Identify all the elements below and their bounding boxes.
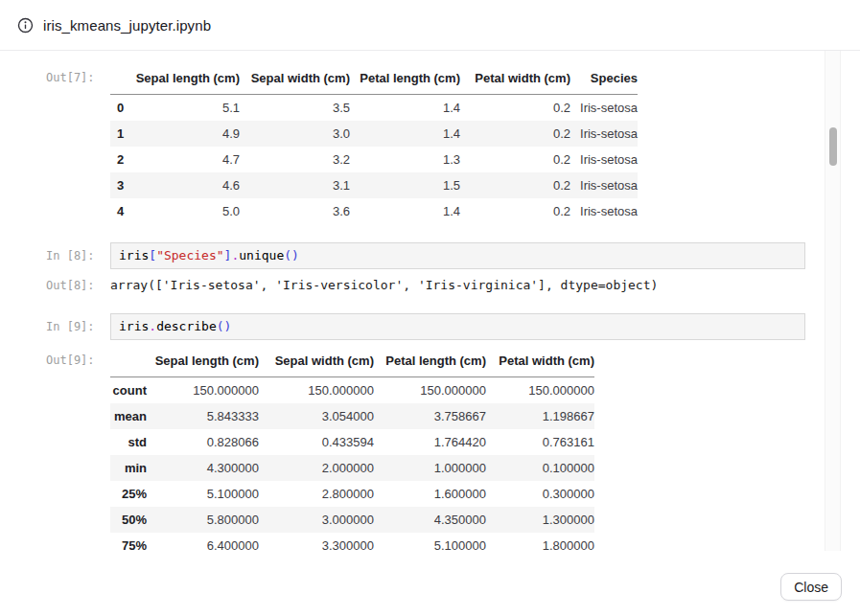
cell-value: 0.300000 [486, 481, 594, 507]
table-row: std0.8280660.4335941.7644200.763161 [110, 429, 594, 455]
input-prompt: In [9]: [46, 313, 110, 333]
code-cell-9: In [9]: iris.describe() [46, 313, 860, 340]
file-preview-modal: iris_kmeans_jupyter.ipynb Out[7]: Sepal … [0, 0, 860, 616]
cell-value: Iris-setosa [570, 147, 638, 172]
notebook-preview: Out[7]: Sepal length (cm)Sepal width (cm… [0, 52, 860, 554]
table-row: 25%5.1000002.8000001.6000000.300000 [110, 481, 594, 507]
cell-value: 1.300000 [486, 507, 594, 533]
output-prompt: Out[9]: [46, 350, 110, 367]
cell-value: 5.100000 [374, 533, 486, 554]
output-cell-8: Out[8]: array(['Iris-setosa', 'Iris-vers… [46, 276, 860, 295]
cell-value: 150.000000 [374, 377, 486, 404]
cell-value: 4.300000 [147, 455, 259, 481]
table-row: 05.13.51.40.2Iris-setosa [110, 95, 638, 122]
row-index: 50% [110, 507, 147, 533]
cell-value: 2.000000 [259, 455, 374, 481]
cell-value: 6.400000 [147, 533, 259, 554]
cell-value: Iris-setosa [570, 95, 638, 122]
cell-value: 3.5 [240, 95, 350, 122]
cell-value: Iris-setosa [570, 121, 638, 147]
cell-value: 5.800000 [147, 507, 259, 533]
cell-value: 4.9 [132, 121, 240, 147]
row-index: 3 [110, 172, 132, 198]
column-header: Petal length (cm) [350, 67, 460, 95]
row-index: 4 [110, 198, 132, 224]
cell-value: 5.843333 [147, 403, 259, 429]
cell-value: Iris-setosa [570, 198, 638, 224]
row-index: std [110, 429, 147, 455]
cell-value: 0.828066 [147, 429, 259, 455]
code-cell-8: In [8]: iris["Species"].unique() [46, 242, 860, 269]
array-output-text: array(['Iris-setosa', 'Iris-versicolor',… [110, 276, 658, 295]
cell-value: 3.000000 [259, 507, 374, 533]
cell-value: 1.4 [350, 121, 460, 147]
code-input: iris["Species"].unique() [110, 242, 805, 269]
input-prompt: In [8]: [46, 242, 110, 262]
column-header: Petal length (cm) [374, 350, 486, 377]
row-index: 75% [110, 533, 147, 554]
row-index: 1 [110, 121, 132, 147]
column-header: Petal width (cm) [486, 350, 594, 377]
cell-value: 2.800000 [259, 481, 374, 507]
row-index: mean [110, 403, 147, 429]
table-row: count150.000000150.000000150.000000150.0… [110, 377, 594, 404]
column-header: Petal width (cm) [460, 67, 570, 95]
cell-value: 1.600000 [374, 481, 486, 507]
iris-head-table: Sepal length (cm)Sepal width (cm)Petal l… [110, 67, 638, 224]
cell-value: 0.2 [460, 198, 570, 224]
code-input: iris.describe() [110, 313, 805, 340]
cell-value: 3.0 [240, 121, 350, 147]
row-index: count [110, 377, 147, 404]
table-row: 34.63.11.50.2Iris-setosa [110, 172, 638, 198]
cell-value: 1.4 [350, 198, 460, 224]
cell-value: 4.6 [132, 172, 240, 198]
close-button[interactable]: Close [780, 573, 842, 601]
cell-value: 0.2 [460, 95, 570, 122]
cell-value: 3.054000 [259, 403, 374, 429]
table-row: 24.73.21.30.2Iris-setosa [110, 147, 638, 172]
cell-value: 3.300000 [259, 533, 374, 554]
column-header: Sepal length (cm) [132, 67, 240, 95]
cell-value: 150.000000 [259, 377, 374, 404]
file-title: iris_kmeans_jupyter.ipynb [43, 17, 211, 34]
column-header: Sepal length (cm) [147, 350, 259, 377]
row-index: 25% [110, 481, 147, 507]
cell-value: 0.763161 [486, 429, 594, 455]
cell-value: 150.000000 [147, 377, 259, 404]
column-header: Sepal width (cm) [259, 350, 374, 377]
table-row: mean5.8433333.0540003.7586671.198667 [110, 403, 594, 429]
cell-value: 5.0 [132, 198, 240, 224]
cell-value: 1.4 [350, 95, 460, 122]
column-header [110, 67, 132, 95]
cell-value: 0.100000 [486, 455, 594, 481]
modal-header: iris_kmeans_jupyter.ipynb [0, 0, 860, 51]
cell-value: 150.000000 [486, 377, 594, 404]
cell-value: 1.000000 [374, 455, 486, 481]
cell-value: 1.198667 [486, 403, 594, 429]
cell-value: 1.800000 [486, 533, 594, 554]
table-row: 14.93.01.40.2Iris-setosa [110, 121, 638, 147]
table-row: 45.03.61.40.2Iris-setosa [110, 198, 638, 224]
cell-value: 3.1 [240, 172, 350, 198]
cell-value: Iris-setosa [570, 172, 638, 198]
row-index: 2 [110, 147, 132, 172]
cell-value: 1.3 [350, 147, 460, 172]
scrollbar-thumb[interactable] [829, 127, 837, 166]
cell-value: 1.764420 [374, 429, 486, 455]
cell-value: 5.100000 [147, 481, 259, 507]
row-index: 0 [110, 95, 132, 122]
scrollbar-track[interactable] [825, 51, 841, 551]
output-prompt: Out[7]: [46, 67, 110, 84]
column-header: Sepal width (cm) [240, 67, 350, 95]
row-index: min [110, 455, 147, 481]
cell-value: 1.5 [350, 172, 460, 198]
cell-value: 4.7 [132, 147, 240, 172]
cell-value: 0.433594 [259, 429, 374, 455]
table-row: 50%5.8000003.0000004.3500001.300000 [110, 507, 594, 533]
column-header: Species [570, 67, 638, 95]
iris-describe-table: Sepal length (cm)Sepal width (cm)Petal l… [110, 350, 594, 554]
cell-value: 4.350000 [374, 507, 486, 533]
output-cell-9: Out[9]: Sepal length (cm)Sepal width (cm… [46, 350, 860, 554]
cell-value: 3.6 [240, 198, 350, 224]
table-row: 75%6.4000003.3000005.1000001.800000 [110, 533, 594, 554]
